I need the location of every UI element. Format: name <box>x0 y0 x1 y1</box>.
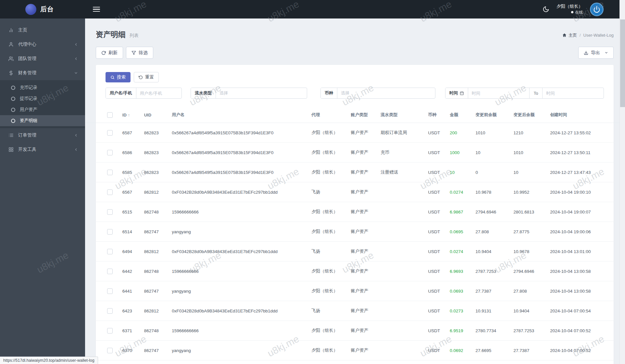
user-info[interactable]: 夕阳（组长） 在线 <box>556 4 583 15</box>
cell-coin: USDT <box>428 301 450 321</box>
sidebar-item-label: 主页 <box>18 27 78 33</box>
row-checkbox[interactable] <box>107 328 113 334</box>
column-header-amount[interactable]: 金额 <box>450 107 475 123</box>
column-header-coin[interactable]: 币种 <box>428 107 450 123</box>
time-filter-label: 时间 <box>445 88 468 98</box>
sidebar-item-agent-center[interactable]: 代理中心 <box>0 37 85 52</box>
column-header-username[interactable]: 用户名 <box>172 107 311 123</box>
logo[interactable]: 后台 <box>0 0 85 18</box>
sidebar: 后台 主页代理中心团队管理财务管理充币记录提币记录用户资产资产明细订单管理开发工… <box>0 0 85 364</box>
cell-after: 10.9952 <box>513 182 550 202</box>
column-header-after[interactable]: 变更后余额 <box>513 107 550 123</box>
sidebar-item-order-management[interactable]: 订单管理 <box>0 128 85 142</box>
cell-coin: USDT <box>428 222 450 242</box>
breadcrumb-home-link[interactable]: 主页 <box>562 32 577 38</box>
cell-id: 6567 <box>122 182 144 202</box>
row-checkbox[interactable] <box>107 189 113 195</box>
avatar[interactable] <box>590 3 604 16</box>
export-button[interactable]: 导出 <box>578 47 614 59</box>
time-to-label: To <box>529 88 543 98</box>
time-end-input[interactable] <box>543 88 604 98</box>
column-header-id[interactable]: ID↑ <box>122 107 144 123</box>
sidebar-item-asset-details[interactable]: 资产明细 <box>0 115 85 126</box>
dark-mode-toggle[interactable] <box>543 6 549 13</box>
cell-account_type: 账户资产 <box>351 281 381 301</box>
select-all-checkbox[interactable] <box>107 112 113 118</box>
time-start-input[interactable] <box>468 88 529 98</box>
filter-button[interactable]: 筛选 <box>126 47 153 59</box>
cell-agent: 夕阳（组长） <box>311 123 351 143</box>
coin-select[interactable]: 选择 <box>337 88 435 98</box>
cell-coin: USDT <box>428 261 450 281</box>
sidebar-item-label: 财务管理 <box>18 70 74 76</box>
cell-agent: 夕阳（组长） <box>311 341 351 360</box>
column-header-before[interactable]: 变更前余额 <box>476 107 514 123</box>
row-checkbox[interactable] <box>107 249 113 254</box>
sidebar-item-home[interactable]: 主页 <box>0 23 85 37</box>
cell-coin: USDT <box>428 123 450 143</box>
sidebar-item-deposit-records[interactable]: 充币记录 <box>0 82 85 93</box>
cell-flow_type <box>381 261 428 281</box>
cell-created_at: 2024-10-04 07:00:52 <box>550 321 625 341</box>
cell-username: 0xF0342B28d0bA9B34843EeEd31E7bEFc297bb1d… <box>172 301 311 321</box>
table-row: 6370862747yangyang夕阳（组长）账户资产USDT0.069227… <box>85 341 625 360</box>
submenu-finance-management: 充币记录提币记录用户资产资产明细 <box>0 80 85 128</box>
hamburger-menu-icon[interactable] <box>93 6 100 13</box>
cell-amount: 0.0695 <box>450 222 475 242</box>
row-checkbox[interactable] <box>107 170 113 175</box>
sidebar-item-finance-management[interactable]: 财务管理 <box>0 66 85 80</box>
cell-username: yangyang <box>172 281 311 301</box>
cell-uid: 862747 <box>144 222 172 242</box>
row-checkbox[interactable] <box>107 229 113 235</box>
cell-agent: 飞扬 <box>311 242 351 261</box>
cell-flow_type <box>381 281 428 301</box>
cell-uid: 862812 <box>144 301 172 321</box>
column-header-account_type[interactable]: 账户类型 <box>351 107 381 123</box>
scrollbar[interactable] <box>619 0 625 364</box>
reset-button[interactable]: 重置 <box>134 72 159 82</box>
sidebar-item-user-assets[interactable]: 用户资产 <box>0 104 85 115</box>
sidebar-item-dev-tools[interactable]: 开发工具 <box>0 142 85 157</box>
cell-before: 10.9131 <box>476 301 514 321</box>
column-header-created_at[interactable]: 创建时间 <box>550 107 625 123</box>
row-checkbox[interactable] <box>107 209 113 215</box>
breadcrumb-current: User-Wallet-Log <box>583 33 614 38</box>
search-button[interactable]: 搜索 <box>106 72 131 82</box>
cell-created_at: 2024-12-27 13:55:02 <box>550 123 625 143</box>
cell-uid: 862748 <box>144 202 172 222</box>
refresh-button[interactable]: 刷新 <box>96 47 123 59</box>
cell-uid: 862823 <box>144 123 172 143</box>
filter-bar: 用户名/手机 流水类型 选择 币种 选择 时间 <box>106 88 604 99</box>
column-header-flow_type[interactable]: 流水类型 <box>381 107 428 123</box>
column-header-agent[interactable]: 代理 <box>311 107 351 123</box>
cell-account_type: 账户资产 <box>351 182 381 202</box>
cell-amount: 0.0274 <box>450 182 475 202</box>
row-checkbox[interactable] <box>107 130 113 136</box>
cell-id: 6585 <box>122 163 144 182</box>
sidebar-item-team-management[interactable]: 团队管理 <box>0 52 85 66</box>
scrollbar-thumb[interactable] <box>620 19 625 107</box>
select-all-header <box>85 107 122 123</box>
row-checkbox[interactable] <box>107 288 113 294</box>
sidebar-item-label: 资产明细 <box>20 118 37 124</box>
cell-id: 6587 <box>122 123 144 143</box>
sidebar-item-withdraw-records[interactable]: 提币记录 <box>0 93 85 104</box>
cell-checkbox <box>85 143 122 163</box>
row-checkbox[interactable] <box>107 348 113 353</box>
row-checkbox[interactable] <box>107 150 113 155</box>
username-filter-input[interactable] <box>136 88 181 98</box>
cell-agent: 夕阳（组长） <box>311 321 351 341</box>
cell-after: 27.808 <box>513 281 550 301</box>
row-checkbox[interactable] <box>107 308 113 314</box>
cell-after: 1210 <box>513 123 550 143</box>
row-checkbox[interactable] <box>107 269 113 274</box>
sidebar-item-label: 提币记录 <box>20 96 37 102</box>
flow-type-select[interactable]: 选择 <box>216 88 307 98</box>
sidebar-item-label: 开发工具 <box>18 147 74 152</box>
cell-checkbox <box>85 242 122 261</box>
cell-before: 1010 <box>476 123 514 143</box>
refresh-icon <box>101 51 106 55</box>
cell-coin: USDT <box>428 163 450 182</box>
cell-agent: 飞扬 <box>311 301 351 321</box>
column-header-uid[interactable]: UID <box>144 107 172 123</box>
